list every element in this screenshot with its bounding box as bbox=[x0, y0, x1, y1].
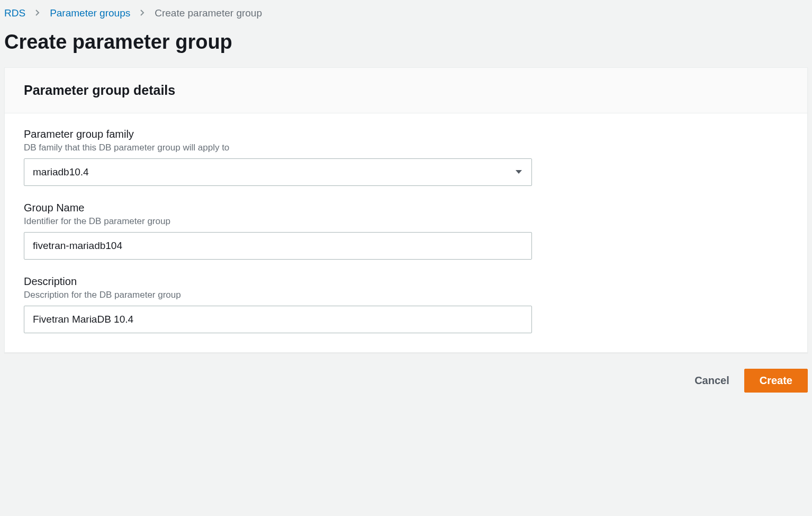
breadcrumb: RDS Parameter groups Create parameter gr… bbox=[0, 0, 812, 23]
family-select-value: mariadb10.4 bbox=[33, 166, 89, 178]
panel-body: Parameter group family DB family that th… bbox=[5, 113, 807, 352]
group-name-label: Group Name bbox=[24, 202, 532, 214]
chevron-right-icon bbox=[35, 7, 40, 19]
field-parameter-group-family: Parameter group family DB family that th… bbox=[24, 128, 532, 186]
parameter-group-details-panel: Parameter group details Parameter group … bbox=[4, 67, 808, 353]
field-description: Description Description for the DB param… bbox=[24, 275, 532, 333]
family-label: Parameter group family bbox=[24, 128, 532, 140]
breadcrumb-link-rds[interactable]: RDS bbox=[4, 7, 25, 19]
panel-header: Parameter group details bbox=[5, 68, 807, 113]
breadcrumb-link-parameter-groups[interactable]: Parameter groups bbox=[50, 7, 130, 19]
panel-title: Parameter group details bbox=[24, 83, 788, 98]
group-name-input[interactable] bbox=[24, 232, 532, 260]
family-select-wrapper: mariadb10.4 bbox=[24, 158, 532, 186]
chevron-right-icon bbox=[140, 7, 145, 19]
breadcrumb-current: Create parameter group bbox=[155, 7, 262, 19]
description-label: Description bbox=[24, 275, 532, 288]
family-select[interactable]: mariadb10.4 bbox=[24, 158, 532, 186]
description-hint: Description for the DB parameter group bbox=[24, 290, 532, 300]
cancel-button[interactable]: Cancel bbox=[691, 369, 733, 392]
family-hint: DB family that this DB parameter group w… bbox=[24, 143, 532, 153]
page-title: Create parameter group bbox=[0, 23, 812, 67]
description-input[interactable] bbox=[24, 306, 532, 333]
action-bar: Cancel Create bbox=[0, 353, 812, 408]
group-name-hint: Identifier for the DB parameter group bbox=[24, 216, 532, 227]
field-group-name: Group Name Identifier for the DB paramet… bbox=[24, 202, 532, 260]
create-button[interactable]: Create bbox=[744, 369, 808, 393]
